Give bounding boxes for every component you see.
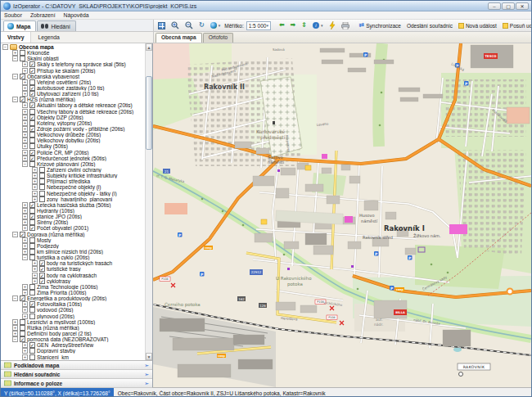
map-settings-dropdown[interactable]: ▾ <box>209 21 223 29</box>
layer-checkbox[interactable]: ✓ <box>29 91 35 97</box>
layer-checkbox[interactable] <box>39 184 45 190</box>
layer-checkbox[interactable] <box>39 167 45 173</box>
layer-checkbox[interactable] <box>29 208 35 214</box>
tree-item[interactable]: +Kotelny, výtopny (20tis) <box>1 120 145 126</box>
tree-item[interactable]: +Všechny tábory a dětské rekreace (20tis… <box>1 109 145 115</box>
expand-icon[interactable]: + <box>22 109 28 115</box>
expand-icon[interactable]: + <box>22 284 28 290</box>
layer-checkbox[interactable] <box>29 284 35 290</box>
tree-item[interactable]: +✓autobusové zastávky (10 tis) <box>1 85 145 91</box>
layer-checkbox[interactable]: ✓ <box>20 74 25 79</box>
expand-icon[interactable]: + <box>22 208 28 214</box>
tree-item[interactable]: +Zima Priorita (100tis) <box>1 290 145 295</box>
tree-item[interactable]: +Podjezdy <box>1 243 145 249</box>
tree-item[interactable]: +✓GEN_AdresyStreetView <box>1 342 145 348</box>
odeslani-souradnic-button[interactable]: Odeslání souřadnic <box>405 22 454 29</box>
layer-checkbox[interactable] <box>20 50 25 56</box>
tree-item[interactable]: +Staniceni_km <box>1 354 145 359</box>
expand-icon[interactable]: + <box>22 120 28 126</box>
info-dropdown[interactable]: i▾ <box>311 21 325 29</box>
tree-item[interactable]: +Útulky (50tis) <box>1 143 145 149</box>
collapse-icon[interactable]: − <box>22 161 28 167</box>
tree-item[interactable]: +✓Ubytovací zařízení (10 tis) <box>1 91 145 97</box>
expand-icon[interactable]: + <box>22 243 28 249</box>
layer-checkbox[interactable] <box>29 348 35 354</box>
layer-checkbox[interactable] <box>29 237 35 243</box>
layer-checkbox[interactable]: ✓ <box>39 273 45 278</box>
layer-checkbox[interactable]: ✓ <box>29 202 35 208</box>
tab-obecna-mapa[interactable]: Obecná mapa <box>156 33 202 43</box>
layer-checkbox[interactable]: ✓ <box>29 150 35 156</box>
layer-checkbox[interactable] <box>29 243 35 249</box>
tree-item[interactable]: +Zima Technologie (100tis) <box>1 284 145 290</box>
menu-soubor[interactable]: Soubor <box>4 12 22 18</box>
layer-checkbox[interactable] <box>20 325 25 331</box>
tree-item[interactable]: +zony_havarijniho_planovani <box>1 196 145 202</box>
tree-item[interactable]: +km silnice nizsich trid (20tis) <box>1 249 145 255</box>
tree-item[interactable]: +✓Předurčenost jednotek (50tis) <box>1 156 145 161</box>
layer-checkbox[interactable] <box>20 319 25 325</box>
expand-icon[interactable]: + <box>22 219 28 225</box>
tree-item[interactable]: +Přijímací střediska <box>1 178 145 184</box>
layer-checkbox[interactable]: ✓ <box>29 85 35 91</box>
expand-icon[interactable]: + <box>32 273 38 278</box>
expand-icon[interactable]: + <box>22 202 28 208</box>
expand-icon[interactable]: + <box>22 126 28 132</box>
tree-item[interactable]: +✓body na turistických trasách <box>1 260 145 266</box>
tree-item[interactable]: +Rizika (různá měřítka) <box>1 325 145 331</box>
menu-zobrazeni[interactable]: Zobrazení <box>30 12 56 18</box>
tree-item[interactable]: +✓turistické trasy <box>1 266 145 272</box>
tab-mapa[interactable]: Mapa <box>3 20 36 31</box>
layer-checkbox[interactable] <box>29 255 35 260</box>
collapsed-panel-bar[interactable]: Informace o poloze ➣ <box>1 379 152 388</box>
zoom-in-button[interactable] <box>169 20 181 30</box>
expand-icon[interactable]: + <box>32 173 38 178</box>
expand-icon[interactable]: + <box>12 319 18 325</box>
layer-checkbox[interactable] <box>29 290 35 295</box>
collapse-icon[interactable]: − <box>12 295 18 301</box>
back-button[interactable]: ⬅ <box>277 21 286 29</box>
expand-icon[interactable]: + <box>22 348 28 354</box>
tree-item[interactable]: +Nebezpečné objekty (i) <box>1 184 145 190</box>
collapse-icon[interactable]: − <box>12 336 18 342</box>
collapse-icon[interactable]: − <box>12 74 18 79</box>
tree-item[interactable]: +✓cyklotrasy <box>1 278 145 284</box>
expand-icon[interactable]: + <box>22 68 28 74</box>
scroll-thumb[interactable] <box>146 76 152 150</box>
maximize-button[interactable]: ▢ <box>502 2 515 10</box>
layer-checkbox[interactable]: ✓ <box>20 295 25 301</box>
layer-checkbox[interactable] <box>39 173 45 178</box>
nova-udalost-button[interactable]: Nová událost <box>457 22 498 29</box>
layer-checkbox[interactable]: ✓ <box>20 97 25 102</box>
layer-checkbox[interactable]: ✓ <box>39 266 45 272</box>
tab-vrstvy[interactable]: Vrstvy <box>1 32 31 43</box>
pin-icon[interactable]: ➣ <box>144 363 149 368</box>
tree-item[interactable]: −✓Občanská vybavenost <box>1 74 145 79</box>
tree-item[interactable]: +Definiční body parcel (2 tis) <box>1 331 145 336</box>
layer-checkbox[interactable] <box>29 307 35 313</box>
tree-item[interactable]: −Obecná mapa <box>1 44 145 50</box>
collapse-icon[interactable]: − <box>2 44 8 50</box>
layer-checkbox[interactable] <box>20 331 25 336</box>
pan-updown-button[interactable]: ⇕ <box>300 21 309 29</box>
expand-icon[interactable]: + <box>22 132 28 138</box>
refresh-button[interactable]: ↻ <box>197 21 206 29</box>
layer-checkbox[interactable] <box>29 132 35 138</box>
layer-checkbox[interactable] <box>29 249 35 255</box>
expand-icon[interactable]: + <box>32 178 38 184</box>
tree-item[interactable]: +✓Objekty DZP (20tis) <box>1 115 145 120</box>
expand-icon[interactable]: + <box>22 307 28 313</box>
pin-icon[interactable]: ➣ <box>144 381 149 386</box>
layer-checkbox[interactable] <box>29 219 35 225</box>
tree-item[interactable]: +✓stanice JPO (20tis) <box>1 214 145 219</box>
tree-item[interactable]: −✓Energetika a produktovody (20tis) <box>1 295 145 301</box>
layer-checkbox[interactable] <box>29 79 35 85</box>
expand-icon[interactable]: + <box>32 191 38 196</box>
tree-item[interactable]: +Mosty <box>1 237 145 243</box>
layer-checkbox[interactable]: ✓ <box>29 225 35 231</box>
minimize-button[interactable]: ‒ <box>488 2 501 10</box>
layer-checkbox[interactable]: ✓ <box>39 278 45 284</box>
layer-checkbox[interactable]: ✓ <box>29 102 35 108</box>
tree-item[interactable]: +✓Letecká hasičská služba (50tis) <box>1 202 145 208</box>
tree-item[interactable]: −✓Doprava (různá měřítka) <box>1 232 145 237</box>
